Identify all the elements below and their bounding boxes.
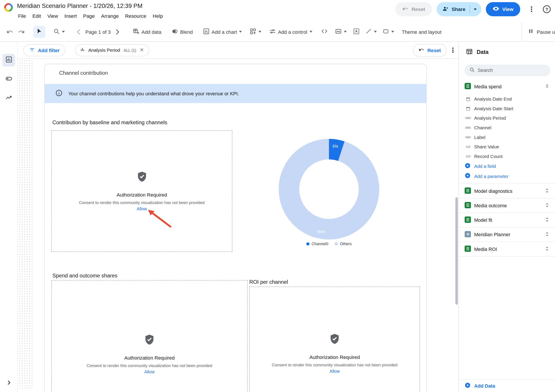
community-visualizations-button[interactable] <box>250 28 261 36</box>
allow-link[interactable]: Allow <box>137 207 147 212</box>
menu-resource[interactable]: Resource <box>122 12 150 20</box>
primary-data-source[interactable]: Media spend <box>459 81 555 92</box>
share-button[interactable]: Share <box>437 2 482 16</box>
source-model-diagnostics[interactable]: Model diagnostics <box>459 184 555 198</box>
expand-fields-icon[interactable] <box>544 188 550 194</box>
more-options-button[interactable] <box>525 2 538 16</box>
undo-icon <box>419 47 424 54</box>
field-record-count[interactable]: 123 Record Count <box>459 152 555 161</box>
menu-view[interactable]: View <box>44 12 61 20</box>
text-tool[interactable] <box>353 28 360 36</box>
allow-link[interactable]: Allow <box>144 370 154 375</box>
redo-button[interactable] <box>18 28 25 35</box>
select-tool[interactable] <box>33 26 45 38</box>
legend-dot <box>335 242 338 245</box>
reset-button-top[interactable]: Reset <box>395 2 432 16</box>
shape-tool[interactable] <box>382 28 394 36</box>
reset-filters-button[interactable]: Reset <box>413 44 446 57</box>
person-add-icon <box>442 6 449 13</box>
chip-close-icon[interactable] <box>139 47 144 53</box>
theme-and-layout-button[interactable]: Theme and layout <box>402 29 441 35</box>
menu-edit[interactable]: Edit <box>29 12 44 20</box>
connector-source-icon <box>465 231 471 238</box>
rail-trends[interactable] <box>2 92 15 104</box>
allow-link[interactable]: Allow <box>330 369 340 374</box>
blend-button[interactable]: Blend <box>171 28 193 36</box>
report-title[interactable]: Meridian Scenario Planner - 1/20/26, 12:… <box>17 2 143 9</box>
section-contribution-title: Contribution by baseline and marketing c… <box>52 119 167 125</box>
expand-fields-icon[interactable] <box>544 202 550 209</box>
add-data-icon <box>133 28 139 36</box>
add-field-button[interactable]: Add a field <box>459 161 555 171</box>
annotation-arrow <box>146 209 175 229</box>
zoom-tool[interactable] <box>53 28 65 36</box>
bar-chart-icon <box>80 47 86 53</box>
banner-text: Your channel contributions help you unde… <box>68 91 239 96</box>
text-type-icon: ABC <box>465 126 472 130</box>
image-icon <box>335 28 342 36</box>
add-data-button[interactable]: Add data <box>133 28 161 36</box>
field-analysis-date-end[interactable]: Analysis Date End <box>459 94 555 104</box>
pause-icon <box>527 28 534 36</box>
report-chart-icon <box>5 56 12 64</box>
field-label[interactable]: ABC Label <box>459 133 555 142</box>
card-title: Channel contribution <box>59 70 108 76</box>
legend-item-others[interactable]: Others <box>335 242 352 246</box>
embed-code-button[interactable] <box>321 28 328 36</box>
collapse-fields-icon[interactable] <box>544 83 550 90</box>
kebab-icon <box>531 6 532 13</box>
sheets-source-icon <box>465 83 471 91</box>
plus-circle-icon <box>465 163 470 170</box>
page-forward-button[interactable] <box>113 28 120 35</box>
line-tool[interactable] <box>365 28 377 36</box>
add-chart-button[interactable]: Add a chart <box>203 28 242 36</box>
calendar-icon <box>465 97 472 102</box>
source-meridian-planner[interactable]: Meridian Planner <box>459 228 555 242</box>
rail-controls[interactable] <box>2 73 15 86</box>
canvas-scrollbar[interactable] <box>455 197 458 305</box>
donut-chart[interactable]: 5% 95% <box>279 139 379 239</box>
page-indicator[interactable]: Page 1 of 3 <box>85 29 111 35</box>
add-data-button-bottom[interactable]: Add Data <box>459 379 555 392</box>
share-menu-caret[interactable] <box>470 5 481 14</box>
topbar-actions: Reset Share View ? <box>395 2 551 16</box>
field-channel[interactable]: ABC Channel <box>459 123 555 133</box>
expand-fields-icon[interactable] <box>544 231 550 238</box>
help-icon[interactable]: ? <box>543 5 551 13</box>
add-control-button[interactable]: Add a control <box>269 28 312 36</box>
image-tool[interactable] <box>335 28 346 36</box>
field-analysis-date-start[interactable]: Analysis Date Start <box>459 104 555 113</box>
pause-updates-button[interactable]: Pause u <box>521 22 555 42</box>
data-search[interactable] <box>465 65 550 76</box>
source-media-outcome[interactable]: Media outcome <box>459 198 555 213</box>
field-analysis-period[interactable]: ABC Analysis Period <box>459 113 555 123</box>
search-input[interactable] <box>478 68 545 73</box>
add-filter-button[interactable]: Add filter <box>23 44 66 56</box>
looker-studio-app: Meridian Scenario Planner - 1/20/26, 12:… <box>0 0 555 392</box>
field-share-value[interactable]: 123 Share Value <box>459 142 555 152</box>
menu-insert[interactable]: Insert <box>61 12 80 20</box>
expand-fields-icon[interactable] <box>544 246 550 252</box>
spend-chart-placeholder: Authorization Required Consent to render… <box>51 280 248 392</box>
data-panel-title: Data <box>477 49 489 55</box>
expand-fields-icon[interactable] <box>544 217 550 223</box>
legend-item-channel0[interactable]: Channel0 <box>306 242 328 246</box>
source-model-fit[interactable]: Model fit <box>459 213 555 228</box>
blend-icon <box>171 28 178 36</box>
view-button[interactable]: View <box>486 2 520 16</box>
menu-page[interactable]: Page <box>80 12 98 20</box>
data-panel-header: Data <box>459 42 555 62</box>
analysis-period-filter-chip[interactable]: Analysis Period ALL (1) <box>75 44 149 56</box>
source-media-roi[interactable]: Media ROI <box>459 242 555 256</box>
rail-report-view[interactable] <box>2 54 15 67</box>
filter-bar-more-button[interactable] <box>452 47 453 53</box>
add-parameter-button[interactable]: Add a parameter <box>459 171 555 181</box>
line-icon <box>365 28 372 36</box>
rail-expand-button[interactable] <box>2 377 15 390</box>
menu-arrange[interactable]: Arrange <box>98 12 122 20</box>
menu-help[interactable]: Help <box>150 12 166 20</box>
menu-file[interactable]: File <box>15 12 29 20</box>
legend-dot <box>306 242 309 245</box>
undo-button[interactable] <box>6 28 13 35</box>
page-back-button[interactable] <box>75 28 82 35</box>
